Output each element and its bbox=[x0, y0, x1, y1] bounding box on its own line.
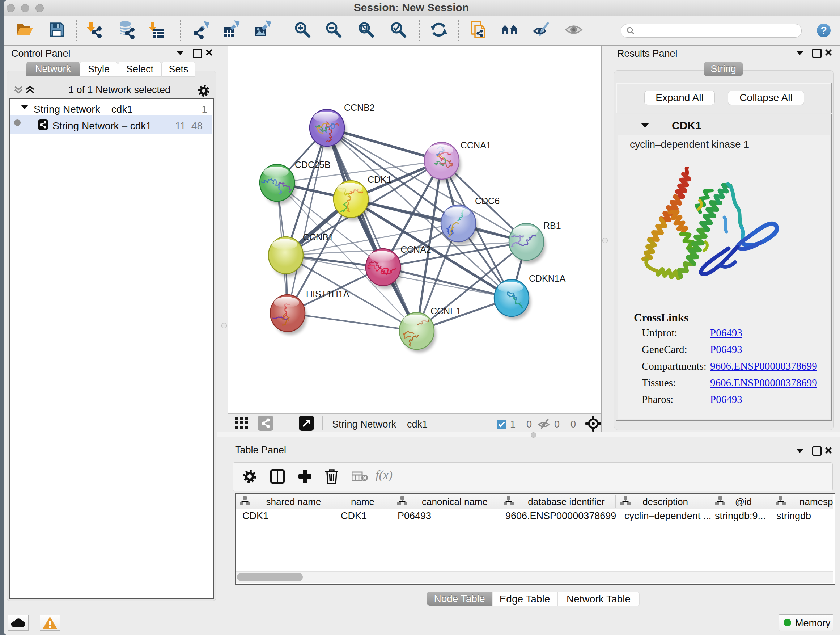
svg-text:RB1: RB1 bbox=[543, 220, 561, 231]
svg-text:CDKN1A: CDKN1A bbox=[529, 273, 566, 283]
svg-text:CCNA2: CCNA2 bbox=[401, 244, 431, 255]
svg-text:CDK1: CDK1 bbox=[368, 174, 392, 185]
svg-text:CCNB2: CCNB2 bbox=[344, 103, 375, 112]
svg-text:CCNA1: CCNA1 bbox=[461, 140, 491, 150]
svg-text:HIST1H1A: HIST1H1A bbox=[306, 289, 349, 299]
svg-text:CCNE1: CCNE1 bbox=[431, 306, 461, 316]
svg-text:CCNB1: CCNB1 bbox=[303, 232, 333, 242]
svg-text:CDC6: CDC6 bbox=[475, 196, 500, 206]
svg-text:CDC25B: CDC25B bbox=[295, 160, 331, 170]
